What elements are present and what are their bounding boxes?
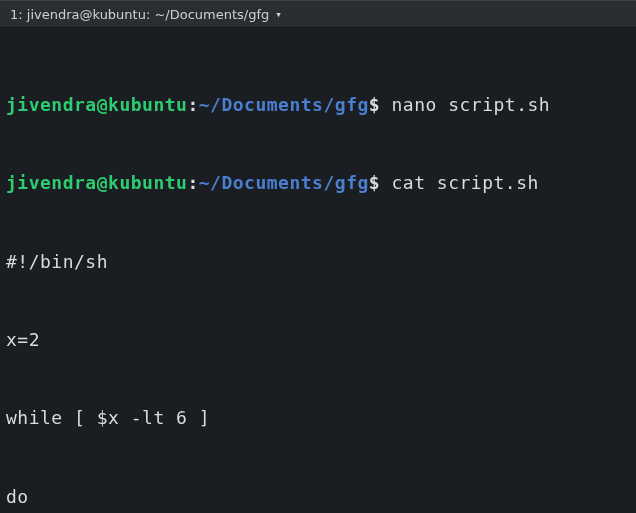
prompt-colon: :	[187, 94, 198, 115]
output-line: do	[6, 484, 632, 510]
prompt-user: jivendra	[6, 94, 97, 115]
prompt-at: @	[97, 172, 108, 193]
prompt-colon: :	[187, 172, 198, 193]
prompt-symbol: $	[369, 94, 380, 115]
terminal-line: jivendra@kubuntu:~/Documents/gfg$ nano s…	[6, 92, 632, 118]
prompt-path: ~/Documents/gfg	[199, 94, 369, 115]
terminal-viewport[interactable]: jivendra@kubuntu:~/Documents/gfg$ nano s…	[0, 28, 636, 513]
prompt-symbol: $	[369, 172, 380, 193]
prompt-path: ~/Documents/gfg	[199, 172, 369, 193]
prompt-at: @	[97, 94, 108, 115]
dropdown-arrow-icon[interactable]: ▾	[275, 8, 282, 21]
output-line: while [ $x -lt 6 ]	[6, 405, 632, 431]
window-title: 1: jivendra@kubuntu: ~/Documents/gfg	[10, 7, 269, 22]
prompt-host: kubuntu	[108, 172, 187, 193]
output-line: #!/bin/sh	[6, 249, 632, 275]
prompt-host: kubuntu	[108, 94, 187, 115]
command-text: cat script.sh	[380, 172, 539, 193]
prompt-user: jivendra	[6, 172, 97, 193]
window-titlebar: 1: jivendra@kubuntu: ~/Documents/gfg ▾	[0, 0, 636, 28]
output-line: x=2	[6, 327, 632, 353]
command-text: nano script.sh	[380, 94, 550, 115]
terminal-line: jivendra@kubuntu:~/Documents/gfg$ cat sc…	[6, 170, 632, 196]
